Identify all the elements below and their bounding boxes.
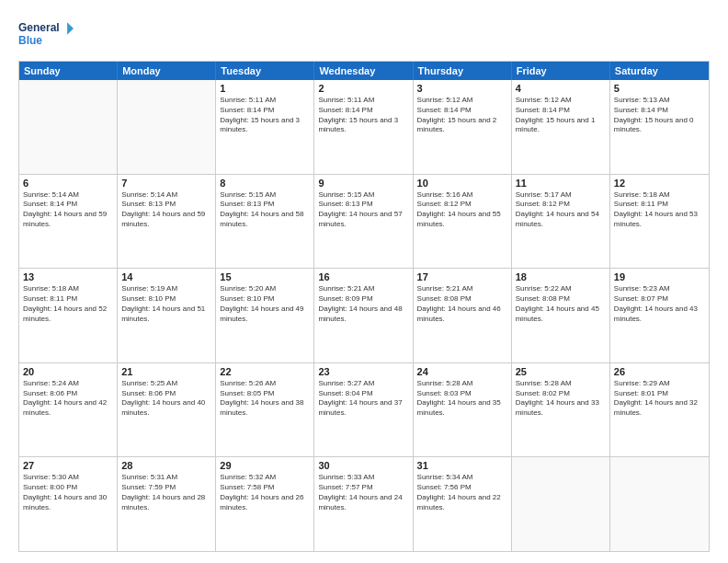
day-number: 6	[23, 178, 113, 189]
calendar-day-8: 8Sunrise: 5:15 AM Sunset: 8:13 PM Daylig…	[216, 175, 314, 269]
day-info: Sunrise: 5:11 AM Sunset: 8:14 PM Dayligh…	[318, 96, 408, 135]
calendar-empty-cell	[19, 80, 118, 174]
day-info: Sunrise: 5:11 AM Sunset: 8:14 PM Dayligh…	[220, 96, 310, 135]
calendar-day-19: 19Sunrise: 5:23 AM Sunset: 8:07 PM Dayli…	[610, 269, 709, 362]
calendar-day-2: 2Sunrise: 5:11 AM Sunset: 8:14 PM Daylig…	[314, 80, 413, 174]
day-number: 7	[121, 178, 211, 189]
calendar-week-3: 13Sunrise: 5:18 AM Sunset: 8:11 PM Dayli…	[19, 268, 709, 362]
day-number: 21	[121, 366, 211, 377]
header-day-sunday: Sunday	[19, 62, 118, 80]
page-header: General Blue	[18, 17, 710, 52]
day-info: Sunrise: 5:28 AM Sunset: 8:02 PM Dayligh…	[516, 379, 606, 419]
calendar-day-27: 27Sunrise: 5:30 AM Sunset: 8:00 PM Dayli…	[19, 457, 118, 551]
calendar-day-13: 13Sunrise: 5:18 AM Sunset: 8:11 PM Dayli…	[19, 269, 118, 362]
day-number: 9	[318, 178, 408, 189]
calendar-week-4: 20Sunrise: 5:24 AM Sunset: 8:06 PM Dayli…	[19, 362, 709, 457]
day-number: 28	[121, 460, 211, 471]
calendar-week-2: 6Sunrise: 5:14 AM Sunset: 8:14 PM Daylig…	[19, 174, 709, 269]
day-number: 22	[220, 366, 310, 377]
calendar-day-15: 15Sunrise: 5:20 AM Sunset: 8:10 PM Dayli…	[216, 269, 314, 362]
day-info: Sunrise: 5:27 AM Sunset: 8:04 PM Dayligh…	[318, 379, 408, 419]
day-info: Sunrise: 5:23 AM Sunset: 8:07 PM Dayligh…	[614, 284, 705, 324]
calendar-day-6: 6Sunrise: 5:14 AM Sunset: 8:14 PM Daylig…	[19, 175, 118, 269]
day-info: Sunrise: 5:14 AM Sunset: 8:14 PM Dayligh…	[23, 190, 113, 230]
svg-text:General: General	[18, 21, 60, 34]
day-info: Sunrise: 5:26 AM Sunset: 8:05 PM Dayligh…	[220, 379, 310, 419]
day-number: 13	[23, 271, 113, 282]
day-number: 24	[417, 366, 507, 377]
day-info: Sunrise: 5:21 AM Sunset: 8:08 PM Dayligh…	[417, 284, 507, 324]
header-day-monday: Monday	[118, 62, 216, 80]
calendar-day-22: 22Sunrise: 5:26 AM Sunset: 8:05 PM Dayli…	[216, 363, 314, 457]
calendar-day-18: 18Sunrise: 5:22 AM Sunset: 8:08 PM Dayli…	[512, 269, 610, 362]
day-number: 5	[614, 83, 705, 94]
calendar-day-9: 9Sunrise: 5:15 AM Sunset: 8:13 PM Daylig…	[314, 175, 413, 269]
day-info: Sunrise: 5:22 AM Sunset: 8:08 PM Dayligh…	[516, 284, 606, 324]
day-number: 17	[417, 271, 507, 282]
calendar-day-29: 29Sunrise: 5:32 AM Sunset: 7:58 PM Dayli…	[216, 457, 314, 551]
calendar-empty-cell	[512, 457, 610, 551]
day-info: Sunrise: 5:28 AM Sunset: 8:03 PM Dayligh…	[417, 379, 507, 419]
day-info: Sunrise: 5:19 AM Sunset: 8:10 PM Dayligh…	[121, 284, 211, 324]
day-number: 27	[23, 460, 113, 471]
calendar: SundayMondayTuesdayWednesdayThursdayFrid…	[18, 61, 710, 552]
calendar-day-11: 11Sunrise: 5:17 AM Sunset: 8:12 PM Dayli…	[512, 175, 610, 269]
day-number: 15	[220, 271, 310, 282]
header-day-wednesday: Wednesday	[314, 62, 413, 80]
calendar-week-5: 27Sunrise: 5:30 AM Sunset: 8:00 PM Dayli…	[19, 456, 709, 551]
day-number: 4	[516, 83, 606, 94]
day-info: Sunrise: 5:32 AM Sunset: 7:58 PM Dayligh…	[220, 473, 310, 512]
day-number: 20	[23, 366, 113, 377]
day-info: Sunrise: 5:14 AM Sunset: 8:13 PM Dayligh…	[121, 190, 211, 230]
calendar-day-5: 5Sunrise: 5:13 AM Sunset: 8:14 PM Daylig…	[610, 80, 709, 174]
calendar-day-16: 16Sunrise: 5:21 AM Sunset: 8:09 PM Dayli…	[314, 269, 413, 362]
day-number: 8	[220, 178, 310, 189]
day-info: Sunrise: 5:31 AM Sunset: 7:59 PM Dayligh…	[121, 473, 211, 512]
calendar-day-3: 3Sunrise: 5:12 AM Sunset: 8:14 PM Daylig…	[414, 80, 512, 174]
day-number: 1	[220, 83, 310, 94]
day-number: 25	[516, 366, 606, 377]
day-info: Sunrise: 5:30 AM Sunset: 8:00 PM Dayligh…	[23, 473, 113, 512]
day-info: Sunrise: 5:17 AM Sunset: 8:12 PM Dayligh…	[516, 190, 606, 230]
day-number: 10	[417, 178, 507, 189]
day-number: 14	[121, 271, 211, 282]
calendar-day-14: 14Sunrise: 5:19 AM Sunset: 8:10 PM Dayli…	[118, 269, 216, 362]
calendar-day-21: 21Sunrise: 5:25 AM Sunset: 8:06 PM Dayli…	[118, 363, 216, 457]
calendar-empty-cell	[610, 457, 709, 551]
day-info: Sunrise: 5:16 AM Sunset: 8:12 PM Dayligh…	[417, 190, 507, 230]
logo: General Blue	[18, 17, 74, 52]
calendar-body: 1Sunrise: 5:11 AM Sunset: 8:14 PM Daylig…	[19, 80, 709, 551]
calendar-day-28: 28Sunrise: 5:31 AM Sunset: 7:59 PM Dayli…	[118, 457, 216, 551]
day-info: Sunrise: 5:33 AM Sunset: 7:57 PM Dayligh…	[318, 473, 408, 512]
calendar-day-1: 1Sunrise: 5:11 AM Sunset: 8:14 PM Daylig…	[216, 80, 314, 174]
calendar-day-24: 24Sunrise: 5:28 AM Sunset: 8:03 PM Dayli…	[414, 363, 512, 457]
day-number: 18	[516, 271, 606, 282]
header-day-thursday: Thursday	[414, 62, 512, 80]
calendar-day-10: 10Sunrise: 5:16 AM Sunset: 8:12 PM Dayli…	[414, 175, 512, 269]
calendar-day-30: 30Sunrise: 5:33 AM Sunset: 7:57 PM Dayli…	[314, 457, 413, 551]
header-day-friday: Friday	[512, 62, 610, 80]
day-info: Sunrise: 5:13 AM Sunset: 8:14 PM Dayligh…	[614, 96, 705, 135]
calendar-day-25: 25Sunrise: 5:28 AM Sunset: 8:02 PM Dayli…	[512, 363, 610, 457]
day-info: Sunrise: 5:25 AM Sunset: 8:06 PM Dayligh…	[121, 379, 211, 419]
day-number: 30	[318, 460, 408, 471]
calendar-day-17: 17Sunrise: 5:21 AM Sunset: 8:08 PM Dayli…	[414, 269, 512, 362]
day-info: Sunrise: 5:34 AM Sunset: 7:56 PM Dayligh…	[417, 473, 507, 512]
day-info: Sunrise: 5:20 AM Sunset: 8:10 PM Dayligh…	[220, 284, 310, 324]
day-number: 19	[614, 271, 705, 282]
day-info: Sunrise: 5:12 AM Sunset: 8:14 PM Dayligh…	[417, 96, 507, 135]
header-day-tuesday: Tuesday	[216, 62, 314, 80]
day-info: Sunrise: 5:15 AM Sunset: 8:13 PM Dayligh…	[318, 190, 408, 230]
calendar-day-20: 20Sunrise: 5:24 AM Sunset: 8:06 PM Dayli…	[19, 363, 118, 457]
day-info: Sunrise: 5:18 AM Sunset: 8:11 PM Dayligh…	[23, 284, 113, 324]
day-info: Sunrise: 5:24 AM Sunset: 8:06 PM Dayligh…	[23, 379, 113, 419]
day-number: 26	[614, 366, 705, 377]
calendar-day-12: 12Sunrise: 5:18 AM Sunset: 8:11 PM Dayli…	[610, 175, 709, 269]
logo-svg: General Blue	[18, 17, 74, 52]
svg-text:Blue: Blue	[18, 34, 42, 47]
day-number: 11	[516, 178, 606, 189]
day-number: 29	[220, 460, 310, 471]
calendar-day-26: 26Sunrise: 5:29 AM Sunset: 8:01 PM Dayli…	[610, 363, 709, 457]
day-number: 3	[417, 83, 507, 94]
day-number: 16	[318, 271, 408, 282]
